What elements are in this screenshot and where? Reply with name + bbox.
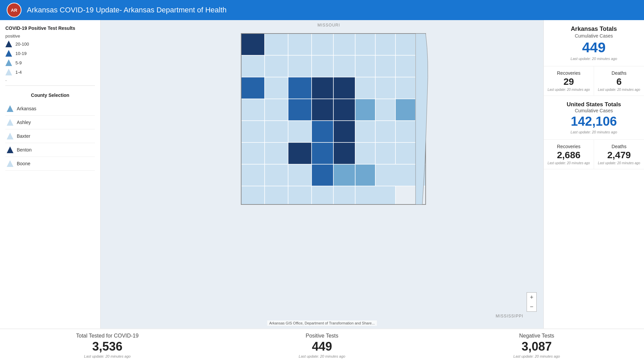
total-tested-stat: Total Tested for COVID-19 3,536 Last upd… (0, 329, 215, 362)
arkansas-cumulative-label: Cumulative Cases (549, 33, 639, 39)
legend-item-1-4: 1-4 (5, 69, 95, 75)
us-cumulative-value: 142,106 (549, 115, 639, 129)
arkansas-deaths-value: 6 (597, 76, 641, 87)
svg-rect-64 (312, 164, 333, 186)
legend-icon-1-4 (5, 69, 12, 75)
county-icon-boone (7, 160, 13, 167)
svg-rect-29 (288, 77, 312, 99)
svg-rect-51 (375, 121, 395, 142)
legend-title: COVID-19 Positive Test Results (5, 25, 95, 31)
svg-rect-27 (241, 77, 265, 99)
arkansas-cumulative-value: 449 (549, 40, 639, 55)
legend-item-5-9: 5-9 (5, 59, 95, 66)
svg-rect-40 (333, 99, 355, 121)
svg-marker-5 (7, 119, 13, 126)
us-recoveries-deaths-row: Recoveries 2,686 Last update: 20 minutes… (544, 140, 644, 169)
map-area: MISSOURI MISSISSIPPI (101, 20, 543, 328)
positive-tests-label: Positive Tests (218, 333, 426, 339)
us-deaths-update: Last update: 20 minutes ago (597, 161, 641, 165)
svg-rect-72 (333, 186, 355, 204)
svg-rect-20 (288, 55, 312, 77)
county-name-ashley: Ashley (17, 120, 31, 125)
header-logo: AR (7, 3, 21, 17)
county-item-ashley[interactable]: Ashley (5, 116, 95, 129)
negative-tests-stat: Negative Tests 3,087 Last update: 20 min… (429, 329, 644, 362)
us-recoveries-cell: Recoveries 2,686 Last update: 20 minutes… (544, 140, 594, 169)
svg-rect-62 (265, 164, 288, 186)
svg-rect-24 (375, 55, 395, 77)
svg-rect-70 (288, 186, 312, 204)
arkansas-deaths-update: Last update: 20 minutes ago (597, 88, 641, 92)
sidebar: COVID-19 Positive Test Results positive … (0, 20, 101, 328)
svg-rect-10 (265, 34, 288, 55)
svg-rect-58 (355, 142, 375, 164)
svg-rect-9 (241, 34, 265, 55)
zoom-out-button[interactable]: − (527, 302, 536, 311)
map-zoom-controls: + − (527, 292, 537, 312)
county-item-baxter[interactable]: Baxter (5, 129, 95, 143)
svg-rect-43 (395, 99, 416, 121)
svg-rect-33 (375, 77, 395, 99)
main-content: COVID-19 Positive Test Results positive … (0, 20, 644, 328)
svg-marker-8 (7, 160, 13, 167)
svg-rect-16 (395, 34, 416, 55)
us-recoveries-label: Recoveries (547, 144, 590, 149)
arkansas-recoveries-update: Last update: 20 minutes ago (547, 88, 590, 92)
header-title: Arkansas COVID-19 Update- Arkansas Depar… (27, 6, 227, 14)
svg-rect-69 (265, 186, 288, 204)
legend-item-20-100: 20-100 (5, 41, 95, 47)
svg-rect-49 (333, 121, 355, 142)
svg-rect-12 (312, 34, 333, 55)
county-icon-ashley (7, 119, 13, 126)
us-totals-card: United States Totals Cumulative Cases 14… (544, 96, 644, 140)
arkansas-deaths-label: Deaths (597, 70, 641, 76)
logo-text: AR (11, 8, 17, 13)
svg-rect-53 (241, 142, 265, 164)
arkansas-recoveries-deaths-row: Recoveries 29 Last update: 20 minutes ag… (544, 66, 644, 96)
svg-rect-34 (395, 77, 416, 99)
us-deaths-cell: Deaths 2,479 Last update: 20 minutes ago (594, 140, 644, 169)
svg-marker-4 (7, 105, 13, 112)
svg-rect-11 (288, 34, 312, 55)
svg-rect-30 (312, 77, 333, 99)
svg-rect-68 (241, 186, 265, 204)
us-totals-title: United States Totals (549, 101, 639, 108)
us-cases-update: Last update: 20 minutes ago (549, 130, 639, 134)
county-item-benton[interactable]: Benton (5, 143, 95, 157)
svg-rect-71 (312, 186, 333, 204)
svg-rect-31 (333, 77, 355, 99)
zoom-in-button[interactable]: + (527, 293, 536, 302)
svg-rect-61 (241, 164, 265, 186)
svg-rect-28 (265, 77, 288, 99)
svg-rect-38 (288, 99, 312, 121)
county-icon-arkansas (7, 105, 13, 112)
svg-rect-45 (241, 121, 265, 142)
arkansas-recoveries-cell: Recoveries 29 Last update: 20 minutes ag… (544, 66, 594, 96)
svg-rect-23 (355, 55, 375, 77)
svg-rect-39 (312, 99, 333, 121)
arkansas-cases-update: Last update: 20 minutes ago (549, 57, 639, 61)
svg-rect-48 (312, 121, 333, 142)
svg-rect-13 (333, 34, 355, 55)
svg-rect-54 (265, 142, 288, 164)
negative-tests-value: 3,087 (433, 340, 641, 354)
svg-rect-59 (375, 142, 395, 164)
arkansas-recoveries-label: Recoveries (547, 70, 590, 76)
county-name-benton: Benton (17, 147, 32, 153)
sidebar-divider (5, 85, 95, 86)
county-icon-baxter (7, 133, 13, 139)
svg-rect-42 (375, 99, 395, 121)
svg-rect-18 (241, 55, 265, 77)
svg-rect-56 (312, 142, 333, 164)
county-item-arkansas[interactable]: Arkansas (5, 102, 95, 116)
svg-rect-19 (265, 55, 288, 77)
svg-rect-73 (355, 186, 395, 204)
svg-rect-66 (355, 164, 375, 186)
total-tested-label: Total Tested for COVID-19 (3, 333, 211, 339)
svg-rect-50 (355, 121, 375, 142)
negative-tests-update: Last update: 20 minutes ago (433, 354, 641, 358)
header: AR Arkansas COVID-19 Update- Arkansas De… (0, 0, 644, 20)
county-item-boone[interactable]: Boone (5, 157, 95, 171)
map-label-mississippi: MISSISSIPPI (496, 314, 523, 318)
county-name-baxter: Baxter (17, 133, 30, 139)
